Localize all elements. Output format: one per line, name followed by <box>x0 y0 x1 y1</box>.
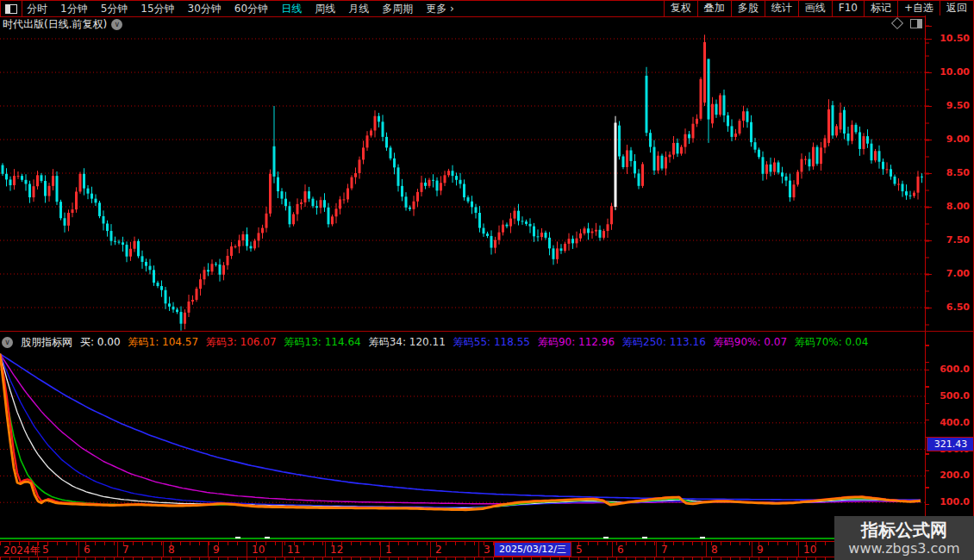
month-separator <box>37 542 38 557</box>
indicator-chart[interactable] <box>0 332 925 541</box>
legend-item-7: 筹码250: 113.16 <box>622 335 706 350</box>
indicator-name[interactable]: 股朋指标网 <box>21 335 72 350</box>
toolbar-button-0[interactable]: 复权 <box>664 1 697 16</box>
indicator-axis-label: 600.0 <box>940 364 970 375</box>
date-axis-label: 10 <box>803 544 816 556</box>
tab-timeframe-8[interactable]: 月线 <box>348 1 369 16</box>
toolbar-button-1[interactable]: 叠加 <box>697 1 731 16</box>
tab-timeframe-3[interactable]: 15分钟 <box>140 1 174 16</box>
indicator-axis-label: 100.0 <box>940 496 970 507</box>
tab-timeframe-4[interactable]: 30分钟 <box>188 1 222 16</box>
date-axis-label: 9 <box>757 544 764 556</box>
toolbar-button-6[interactable]: 标记 <box>864 1 897 16</box>
layout-toggle-button[interactable] <box>1 1 22 16</box>
date-axis-label: 6 <box>617 544 624 556</box>
trading-app-window: 分时1分钟5分钟15分钟30分钟60分钟日线周线月线多周期更多 › 复权叠加多股… <box>0 0 974 560</box>
month-separator <box>380 542 381 557</box>
date-axis-label: 2024年 <box>3 544 41 558</box>
tab-timeframe-6[interactable]: 日线 <box>281 1 302 16</box>
chevron-down-icon[interactable]: ∨ <box>111 19 122 30</box>
tab-timeframe-10[interactable]: 更多 › <box>426 1 454 16</box>
date-axis-label: 6 <box>84 544 91 556</box>
indicator-chevron-icon[interactable]: ∨ <box>2 337 13 348</box>
toolbar-button-5[interactable]: F10 <box>832 1 864 16</box>
legend-item-4: 筹码34: 120.11 <box>369 335 446 350</box>
month-separator <box>706 542 707 557</box>
indicator-axis: 600.0500.0400.0300.0200.0100.0 321.43 <box>925 332 974 541</box>
price-axis-label: 9.50 <box>946 100 970 111</box>
tab-timeframe-7[interactable]: 周线 <box>315 1 335 16</box>
date-axis-ticks <box>0 542 925 545</box>
month-separator <box>612 542 613 557</box>
date-axis-label: 7 <box>122 544 129 556</box>
legend-item-5: 筹码55: 118.55 <box>453 335 530 350</box>
toolbar-button-7[interactable]: +自选 <box>897 1 940 16</box>
toolbar-right-buttons: 复权叠加多股统计画线F10标记+自选返回 <box>664 1 973 16</box>
price-axis-label: 8.50 <box>946 167 970 178</box>
legend-item-3: 筹码13: 114.64 <box>284 335 361 350</box>
tab-timeframe-1[interactable]: 1分钟 <box>60 1 88 16</box>
price-axis-major-ticks <box>926 16 932 331</box>
date-axis-label: 2 <box>435 544 442 556</box>
legend-item-1: 筹码1: 104.57 <box>128 335 198 350</box>
watermark: 指标公式网 www.zbgs3.com <box>834 516 974 560</box>
split-panel-icon[interactable] <box>910 19 922 28</box>
watermark-title: 指标公式网 <box>861 520 947 540</box>
month-separator <box>752 542 752 557</box>
date-axis-label: 7 <box>661 544 668 556</box>
candlestick-chart[interactable] <box>0 16 925 331</box>
price-axis: 10.5010.009.509.008.508.007.507.006.50 <box>925 16 974 331</box>
chart-titlebar: 时代出版(日线.前复权) ∨ <box>3 17 122 31</box>
month-separator <box>208 542 209 557</box>
diamond-icon[interactable] <box>891 17 903 29</box>
date-axis-label: 5 <box>576 544 583 556</box>
tab-timeframe-0[interactable]: 分时 <box>27 1 47 16</box>
toolbar-button-4[interactable]: 画线 <box>798 1 832 16</box>
date-axis-label: 12 <box>330 544 343 556</box>
month-separator <box>325 542 326 557</box>
date-axis-label: 8 <box>711 544 718 556</box>
month-separator <box>282 542 283 557</box>
legend-item-9: 筹码70%: 0.04 <box>795 335 868 350</box>
price-axis-label: 10.50 <box>940 33 970 44</box>
price-axis-label: 6.50 <box>946 302 970 313</box>
price-axis-label: 7.00 <box>946 268 970 279</box>
price-axis-label: 10.00 <box>940 66 970 78</box>
page-title: 时代出版(日线.前复权) <box>3 17 107 32</box>
legend-item-8: 筹码90%: 0.07 <box>714 335 787 350</box>
legend-item-6: 筹码90: 112.96 <box>538 335 615 350</box>
top-toolbar: 分时1分钟5分钟15分钟30分钟60分钟日线周线月线多周期更多 › 复权叠加多股… <box>0 0 973 17</box>
watermark-url: www.zbgs3.com <box>848 540 959 557</box>
toolbar-button-3[interactable]: 统计 <box>765 1 798 16</box>
indicator-legend: ∨ 股朋指标网 买: 0.00筹码1: 104.57筹码3: 106.07筹码1… <box>2 334 868 350</box>
indicator-axis-label: 200.0 <box>940 470 970 481</box>
price-axis-label: 9.00 <box>946 134 970 145</box>
month-separator <box>117 542 118 557</box>
indicator-axis-label: 400.0 <box>940 417 970 428</box>
price-axis-label: 8.00 <box>946 201 970 212</box>
month-separator <box>78 542 79 557</box>
price-axis-label: 7.50 <box>946 234 970 246</box>
tab-timeframe-9[interactable]: 多周期 <box>382 1 413 16</box>
highlighted-date: 2025/03/12/三 <box>494 542 571 557</box>
legend-item-2: 筹码3: 106.07 <box>206 335 276 350</box>
legend-item-0: 买: 0.00 <box>80 335 121 350</box>
date-axis-label: 5 <box>42 544 49 556</box>
indicator-cursor-value: 321.43 <box>927 437 974 451</box>
date-axis-label: 9 <box>213 544 220 556</box>
month-separator <box>247 542 247 557</box>
timeframe-bar: 分时1分钟5分钟15分钟30分钟60分钟日线周线月线多周期更多 › <box>27 1 454 16</box>
toolbar-button-2[interactable]: 多股 <box>731 1 765 16</box>
month-separator <box>430 542 431 557</box>
toolbar-button-8[interactable]: 返回 <box>940 1 973 16</box>
tab-timeframe-2[interactable]: 5分钟 <box>101 1 128 16</box>
date-axis-label: 1 <box>385 544 392 556</box>
date-axis[interactable]: 2024年567891011121235678910 2025/03/12/三 <box>0 541 974 557</box>
split-window-icon <box>5 4 17 14</box>
indicator-axis-label: 500.0 <box>940 390 970 401</box>
tab-timeframe-5[interactable]: 60分钟 <box>234 1 268 16</box>
title-row-icons <box>893 19 922 28</box>
date-axis-label: 3 <box>484 544 490 556</box>
date-axis-label: 8 <box>168 544 175 556</box>
month-separator <box>478 542 479 557</box>
